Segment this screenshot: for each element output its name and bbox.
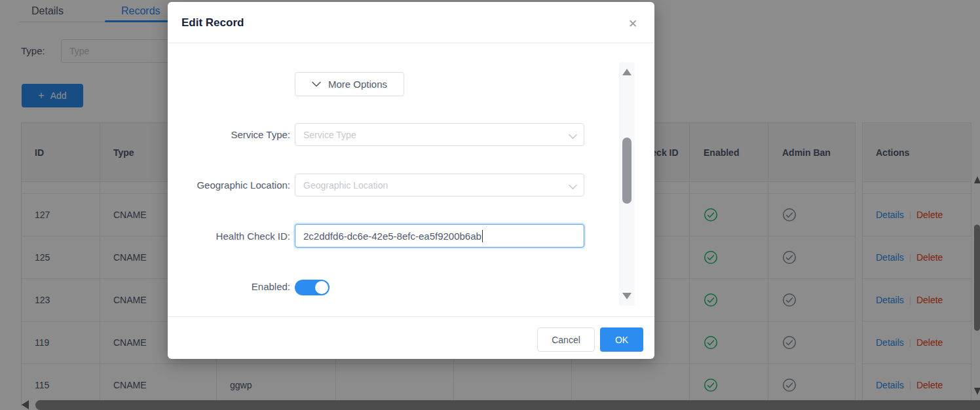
geographic-location-select[interactable]: Geographic Location <box>295 174 584 196</box>
geographic-location-label: Geographic Location: <box>168 174 290 196</box>
toggle-knob <box>315 281 328 294</box>
modal-scrollbar <box>619 62 635 306</box>
page: Details Records Type: + Add ID Type Heal… <box>0 0 980 410</box>
enabled-toggle[interactable] <box>295 280 330 295</box>
chevron-down-icon <box>569 181 577 193</box>
more-options-button[interactable]: More Options <box>295 72 404 96</box>
edit-record-modal: Edit Record ✕ More Options Service Type:… <box>168 2 654 359</box>
geographic-location-placeholder: Geographic Location <box>303 180 388 191</box>
text-cursor <box>482 230 483 242</box>
service-type-placeholder: Service Type <box>303 130 356 140</box>
more-options-label: More Options <box>328 79 387 90</box>
modal-title: Edit Record <box>181 2 244 43</box>
scroll-down-arrow-icon[interactable] <box>622 293 631 299</box>
service-type-select[interactable]: Service Type <box>295 123 584 146</box>
health-check-id-label: Health Check ID: <box>168 224 290 248</box>
modal-scrollbar-thumb[interactable] <box>622 138 631 204</box>
chevron-down-icon <box>312 81 321 87</box>
modal-footer-divider <box>168 316 654 317</box>
close-icon[interactable]: ✕ <box>624 15 641 32</box>
service-type-label: Service Type: <box>168 123 290 146</box>
ok-button[interactable]: OK <box>600 327 643 352</box>
modal-header: Edit Record ✕ <box>168 2 654 43</box>
cancel-button[interactable]: Cancel <box>537 327 595 352</box>
chevron-down-icon <box>569 130 577 142</box>
health-check-id-input[interactable]: 2c2ddfd6-dc6e-42e5-8efc-ea5f9200b6ab <box>295 224 584 248</box>
enabled-label: Enabled: <box>168 278 290 295</box>
health-check-id-value: 2c2ddfd6-dc6e-42e5-8efc-ea5f9200b6ab <box>303 231 481 242</box>
scroll-up-arrow-icon[interactable] <box>622 69 631 75</box>
